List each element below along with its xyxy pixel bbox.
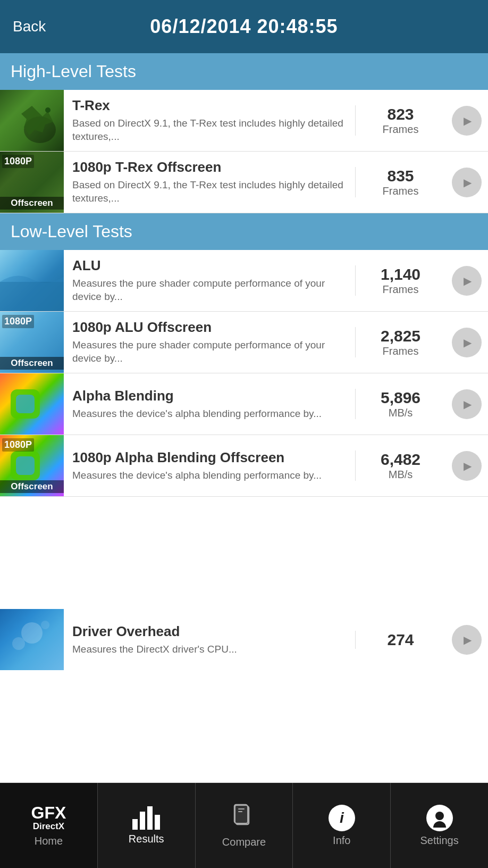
test-name-alu: ALU [72,257,347,274]
score-unit-alu-offscreen: Frames [383,345,419,357]
nav-item-info[interactable]: i Info [293,783,390,868]
low-level-title: Low-Level Tests [11,222,132,241]
test-arrow-alpha[interactable] [445,389,488,419]
nav-label-info: Info [333,834,350,847]
results-icon [132,806,160,830]
test-desc-trex-offscreen: Based on DirectX 9.1, the T-Rex test inc… [72,179,347,205]
score-value-trex-offscreen: 835 [387,167,414,185]
test-name-trex-offscreen: 1080p T-Rex Offscreen [72,159,347,176]
score-value-alu-offscreen: 2,825 [381,327,420,345]
svg-point-8 [21,622,43,644]
test-arrow-alu[interactable] [445,266,488,296]
nav-label-home: Home [35,835,63,847]
test-thumb-alpha-offscreen: 1080P Offscreen [0,435,64,496]
arrow-circle-trex[interactable] [452,106,482,136]
test-score-alpha-offscreen: 6,482 MB/s [355,450,445,481]
nav-label-compare: Compare [222,836,266,848]
gfx-logo: GFX DirectX [31,804,66,832]
arrow-circle-alu[interactable] [452,266,482,296]
score-value-driver: 274 [387,631,414,649]
test-name-alu-offscreen: 1080p ALU Offscreen [72,319,347,336]
test-arrow-trex-offscreen[interactable] [445,168,488,197]
nav-label-settings: Settings [420,834,458,847]
test-row-alu-offscreen[interactable]: 1080P Offscreen 1080p ALU Offscreen Meas… [0,312,488,373]
test-score-alpha: 5,896 MB/s [355,389,445,419]
test-score-alu-offscreen: 2,825 Frames [355,327,445,357]
high-level-section-header: High-Level Tests [0,53,488,90]
test-desc-alu: Measures the pure shader compute perform… [72,277,347,303]
test-row-trex[interactable]: T-Rex Based on DirectX 9.1, the T-Rex te… [0,90,488,152]
thumb-resolution-alu-off: 1080P [2,315,34,328]
test-desc-alpha-offscreen: Measures the device's alpha blending per… [72,469,347,482]
test-name-trex: T-Rex [72,97,347,114]
svg-point-10 [41,621,49,629]
bar-3 [147,806,153,830]
info-icon: i [329,805,355,831]
header-datetime: 06/12/2014 20:48:55 [150,15,338,38]
arrow-circle-alpha-offscreen[interactable] [452,451,482,481]
thumb-resolution-trex-off: 1080P [2,155,34,168]
test-desc-alu-offscreen: Measures the pure shader compute perform… [72,339,347,365]
test-name-alpha-offscreen: 1080p Alpha Blending Offscreen [72,449,347,466]
thumb-offscreen-alpha-off: Offscreen [0,480,64,493]
arrow-circle-driver[interactable] [452,625,482,655]
test-info-trex-offscreen: 1080p T-Rex Offscreen Based on DirectX 9… [64,152,355,212]
test-name-alpha: Alpha Blending [72,388,347,404]
score-unit-trex-offscreen: Frames [383,185,419,197]
test-thumb-alu-offscreen: 1080P Offscreen [0,312,64,373]
test-desc-driver: Measures the DirectX driver's CPU... [72,643,347,656]
score-unit-alpha: MB/s [389,407,413,419]
bottom-navigation: GFX DirectX Home Results Compare [0,783,488,868]
nav-item-settings[interactable]: Settings [391,783,488,868]
test-row-trex-offscreen[interactable]: 1080P Offscreen 1080p T-Rex Offscreen Ba… [0,152,488,213]
test-arrow-trex[interactable] [445,106,488,136]
thumb-resolution-alpha-off: 1080P [2,438,34,452]
test-row-alu[interactable]: ALU Measures the pure shader compute per… [0,250,488,312]
test-info-alu: ALU Measures the pure shader compute per… [64,250,355,311]
score-unit-alpha-offscreen: MB/s [389,469,413,481]
test-desc-alpha: Measures the device's alpha blending per… [72,407,347,421]
test-info-alpha: Alpha Blending Measures the device's alp… [64,380,355,428]
arrow-circle-alpha[interactable] [452,389,482,419]
nav-item-results[interactable]: Results [98,783,195,868]
test-row-alpha-offscreen[interactable]: 1080P Offscreen 1080p Alpha Blending Off… [0,435,488,497]
test-thumb-alu [0,250,64,311]
test-desc-trex: Based on DirectX 9.1, the T-Rex test inc… [72,117,347,143]
test-thumb-alpha [0,373,64,435]
nav-item-compare[interactable]: Compare [196,783,293,868]
svg-point-2 [45,107,51,113]
arrow-circle-alu-offscreen[interactable] [452,328,482,357]
test-arrow-alpha-offscreen[interactable] [445,451,488,481]
arrow-circle-trex-offscreen[interactable] [452,168,482,197]
bar-2 [140,812,145,830]
bar-1 [132,819,138,830]
test-arrow-driver[interactable] [445,625,488,655]
score-unit-trex: Frames [383,123,419,136]
test-row-alpha[interactable]: Alpha Blending Measures the device's alp… [0,373,488,435]
score-value-trex: 823 [387,105,414,123]
compare-icon [232,803,256,833]
score-unit-alu: Frames [383,283,419,296]
test-info-alu-offscreen: 1080p ALU Offscreen Measures the pure sh… [64,312,355,372]
score-value-alpha: 5,896 [381,389,420,407]
test-row-driver[interactable]: Driver Overhead Measures the DirectX dri… [0,497,488,783]
test-name-driver: Driver Overhead [72,623,347,640]
settings-icon [426,805,453,831]
test-thumb-driver [0,609,64,670]
test-score-alu: 1,140 Frames [355,265,445,296]
back-button[interactable]: Back [13,18,46,35]
svg-rect-14 [238,808,245,809]
score-value-alpha-offscreen: 6,482 [381,450,420,469]
thumb-offscreen-trex-off: Offscreen [0,197,64,210]
svg-rect-13 [235,805,248,823]
settings-person-icon [433,812,446,824]
nav-item-home[interactable]: GFX DirectX Home [0,783,97,868]
high-level-title: High-Level Tests [11,62,136,81]
bar-4 [155,815,160,830]
svg-rect-7 [16,456,35,475]
svg-rect-5 [16,395,35,413]
test-arrow-alu-offscreen[interactable] [445,328,488,357]
test-thumb-trex-offscreen: 1080P Offscreen [0,152,64,213]
nav-label-results: Results [129,833,164,845]
low-level-section-header: Low-Level Tests [0,213,488,250]
